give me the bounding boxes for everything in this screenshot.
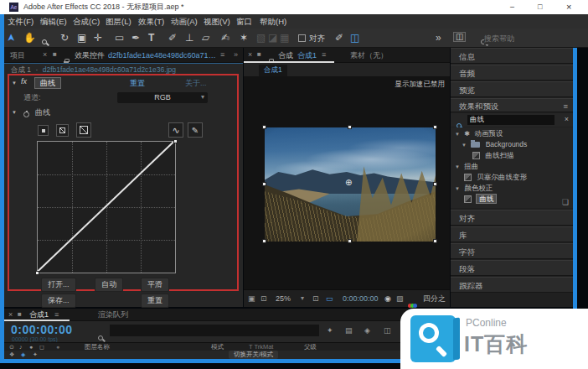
effect-reset-link[interactable]: 重置 (130, 76, 145, 90)
tree-item-curves[interactable]: 曲线 (451, 195, 573, 205)
panel-character[interactable]: 字符 (451, 243, 573, 259)
anchor-point-icon[interactable]: ⊕ (345, 179, 352, 187)
tree-item-backgrounds[interactable]: ▼ Backgrounds (451, 140, 573, 150)
tab-close-icon[interactable]: × (43, 51, 47, 59)
curve-grid[interactable] (37, 141, 176, 273)
collapse-caret-icon[interactable]: ▼ (12, 81, 17, 86)
composition-viewer[interactable]: 显示加速已禁用 ⊕ (244, 76, 450, 289)
panel-info[interactable]: 信息 (451, 48, 573, 64)
tree-item-curve-sweep[interactable]: 曲线扫描 (451, 151, 573, 161)
tab-footage[interactable]: 素材（无） (350, 48, 388, 63)
menu-file[interactable]: 文件(F) (8, 14, 34, 29)
panel-effects-presets-header[interactable]: 效果和预设 ≡ (451, 98, 573, 112)
panel-menu-icon[interactable]: ≡ (563, 102, 568, 111)
selection-handle[interactable] (262, 125, 266, 129)
timeline-timecode[interactable]: 0:00:00:00 (11, 323, 73, 336)
shy-layers-icon[interactable]: ❖ (9, 351, 14, 357)
channel-dropdown[interactable]: RGB ▾ (117, 92, 208, 103)
video-switch-icon[interactable]: ⊙ (9, 344, 14, 350)
panel-menu-icon[interactable]: ≡ (54, 311, 59, 319)
lock-switch-icon[interactable]: ◻ (39, 344, 44, 350)
grid-size-medium-button[interactable] (56, 124, 69, 137)
panel-tracker[interactable]: 跟踪器 (451, 277, 573, 293)
tab-overflow-icon[interactable]: » (234, 51, 238, 59)
puppet-pin-tool[interactable]: ✶ (240, 33, 248, 43)
draft-3d-icon[interactable]: ▤ (345, 327, 353, 335)
timeline-search-input[interactable] (110, 325, 319, 336)
footage-image[interactable]: ⊕ (265, 127, 436, 242)
transparency-grid-icon[interactable]: ▨ (396, 295, 404, 303)
panel-menu-icon[interactable]: ≡ (322, 51, 326, 59)
effect-about-link[interactable]: 关于... (185, 76, 207, 90)
close-button[interactable]: × (566, 0, 571, 14)
hand-tool[interactable]: ✋ (23, 33, 36, 43)
always-preview-icon[interactable]: ▣ (248, 295, 255, 303)
panel-audio[interactable]: 音频 (451, 65, 573, 81)
curves-save-button[interactable]: 保存... (41, 294, 76, 308)
clone-stamp-tool[interactable]: ⊥ (185, 33, 193, 43)
zoom-caret-icon[interactable]: ▾ (301, 295, 304, 302)
tree-caret-icon[interactable]: ▼ (462, 143, 467, 148)
tab-close-icon[interactable]: × (8, 311, 13, 319)
effects-presets-search-input[interactable] (467, 115, 554, 125)
frame-blend-enable-icon[interactable]: ◈ (21, 351, 25, 357)
tab-effect-controls-file[interactable]: d2fb1fade1ae48e498dc60a71d2c1e36.jpg (108, 48, 217, 63)
composition-mini-flowchart-icon[interactable]: ✦ (327, 327, 333, 335)
roto-brush-tool[interactable]: ✍ (221, 33, 230, 43)
zoom-tool[interactable] (42, 39, 47, 44)
toolbar-overflow-icon[interactable]: » (436, 33, 441, 43)
selection-handle[interactable] (433, 182, 437, 186)
menu-help[interactable]: 帮助(H) (260, 14, 286, 29)
menu-edit[interactable]: 编辑(E) (40, 14, 67, 29)
grid-size-large-button[interactable] (76, 122, 91, 138)
selection-handle[interactable] (433, 125, 437, 129)
solo-switch-icon[interactable]: ● (29, 344, 33, 350)
curves-auto-button[interactable]: 自动 (95, 278, 123, 292)
tab-close-icon[interactable]: × (248, 51, 252, 59)
workspace-icon[interactable]: ◫ (453, 32, 466, 42)
tree-item-animation-presets[interactable]: ▼ ✱ 动画预设 (451, 129, 573, 139)
sharpen-icon[interactable]: ✐ (335, 33, 343, 43)
pencil-tool-button[interactable]: ✎ (188, 122, 203, 138)
motion-blur-enable-icon[interactable]: ✦ (33, 351, 38, 357)
align-checkbox[interactable] (298, 34, 306, 42)
group-caret-icon[interactable]: ▼ (12, 110, 17, 115)
tree-caret-icon[interactable]: ▼ (455, 132, 460, 137)
panel-align[interactable]: 对齐 (451, 210, 573, 226)
menu-view[interactable]: 视图(V) (204, 14, 230, 29)
composition-breadcrumb-chip[interactable]: 合成1 (259, 65, 287, 76)
minimize-button[interactable]: – (510, 0, 514, 14)
curve-point-white[interactable] (173, 139, 178, 143)
clear-search-icon[interactable]: × (565, 116, 569, 123)
tab-effect-controls-label[interactable]: 效果控件 (75, 48, 105, 63)
tree-item-color-correction[interactable]: ▼ 颜色校正 (451, 184, 573, 194)
panel-menu-icon[interactable]: ≡ (220, 51, 224, 59)
selection-handle[interactable] (262, 182, 266, 186)
panel-corner-icon[interactable]: ❏ (562, 199, 569, 206)
panel-libraries[interactable]: 库 (451, 226, 573, 242)
viewer-timecode[interactable]: 0:00:00:00 (343, 290, 379, 308)
tab-render-queue[interactable]: 渲染队列 (98, 309, 128, 321)
grid-size-small-button[interactable] (38, 125, 49, 136)
selection-tool[interactable]: ➤ (6, 34, 16, 42)
monitor-icon[interactable]: ⊡ (260, 295, 267, 303)
eraser-tool[interactable]: ▱ (202, 33, 209, 43)
menu-effect[interactable]: 效果(T) (138, 14, 164, 29)
curves-reset-button[interactable]: 重置 (141, 294, 169, 308)
snapshot-icon[interactable]: ◉ (384, 295, 391, 303)
selection-handle[interactable] (433, 239, 437, 243)
tab-project[interactable]: 项目 (10, 48, 25, 63)
effect-name-chip[interactable]: 曲线 (34, 77, 61, 89)
camera-tool[interactable]: ▣ (77, 33, 86, 43)
curve-tool-button[interactable]: ∿ (168, 122, 183, 138)
rotate-tool[interactable]: ↻ (60, 33, 69, 43)
tree-item-distort[interactable]: ▼ 扭曲 (451, 162, 573, 172)
panel-preview[interactable]: 预览 (451, 81, 573, 97)
frame-blending-icon[interactable]: ◈ (364, 327, 370, 335)
motion-blur-icon[interactable]: ◫ (384, 327, 391, 335)
region-of-interest-icon[interactable]: ▭ (326, 295, 333, 303)
menu-composition[interactable]: 合成(C) (73, 14, 100, 29)
search-help-input[interactable] (484, 32, 580, 44)
stopwatch-icon[interactable] (23, 112, 29, 117)
curves-open-button[interactable]: 打开... (41, 278, 76, 292)
